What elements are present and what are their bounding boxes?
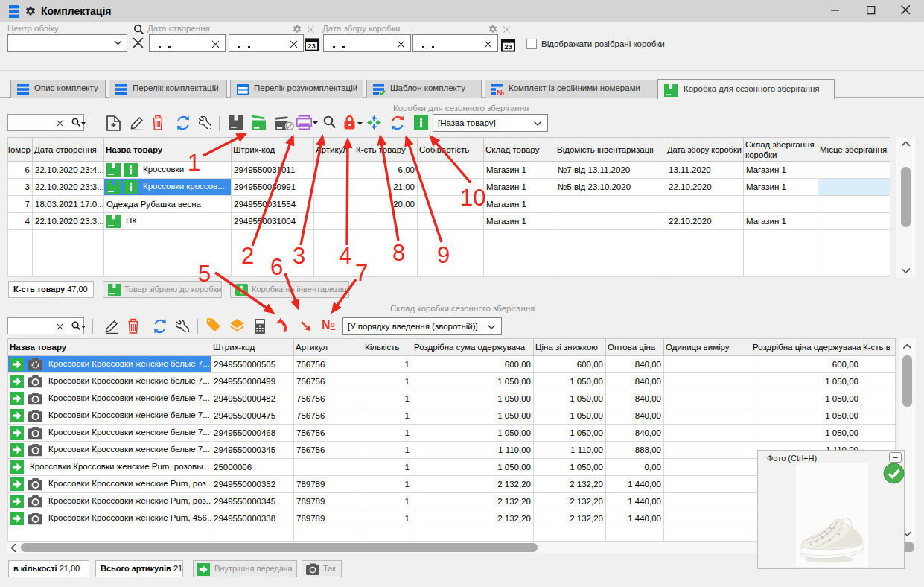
svg-text:10: 10 <box>460 185 485 211</box>
svg-text:4: 4 <box>339 243 351 269</box>
svg-text:1: 1 <box>188 150 200 176</box>
svg-text:6: 6 <box>270 254 283 280</box>
svg-text:8: 8 <box>392 240 405 266</box>
svg-text:3: 3 <box>293 243 305 269</box>
svg-text:7: 7 <box>355 260 368 286</box>
svg-text:5: 5 <box>198 261 211 287</box>
svg-text:2: 2 <box>241 243 254 269</box>
svg-text:9: 9 <box>437 242 450 268</box>
